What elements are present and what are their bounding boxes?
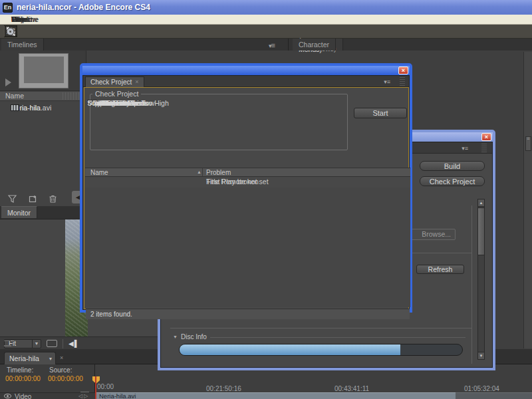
encore-app-icon: En — [3, 3, 13, 13]
disc-capacity-bar — [179, 344, 463, 356]
fit-screen-icon[interactable] — [47, 340, 57, 347]
tab-label: Character — [299, 41, 329, 49]
tab-timelines[interactable]: Timelines — [1, 39, 44, 51]
status-bar: 2 items found. — [86, 309, 410, 319]
timeline-clip[interactable]: Neria-hila.avi — [96, 392, 456, 399]
column-header-name[interactable]: Name — [90, 169, 108, 176]
window-title: neria-hila.ncor - Adobe Encore CS4 — [17, 3, 150, 12]
close-icon[interactable]: × — [398, 66, 408, 74]
panel-grip — [481, 144, 487, 152]
tab-monitor[interactable]: Monitor× — [1, 206, 37, 218]
results-table: ▼Neria-hila2 errorsOrphan timelineEnd Ac… — [85, 177, 410, 307]
monitor-toolbar: Fit ▼ ◀▌ — [0, 336, 158, 350]
toolbar: TITPs — [0, 25, 532, 39]
results-table-header: Name ▲ Problem — [85, 168, 410, 177]
check-tab-row: Check Project × ▾≡ — [83, 76, 409, 87]
burn-disc-button[interactable] — [4, 25, 17, 37]
check-dialog-titlebar[interactable]: × — [82, 66, 410, 75]
triangle-down-icon: ▼ — [173, 334, 178, 339]
menu-help[interactable]: Help — [5, 15, 33, 24]
scroll-down-icon[interactable]: ▼ — [477, 352, 485, 360]
timeline-timecode[interactable]: 00:00:00:00 — [5, 375, 41, 382]
build-button[interactable]: Build — [420, 161, 485, 171]
current-time-indicator[interactable] — [95, 376, 96, 399]
tab-check-project[interactable]: Check Project × — [85, 76, 144, 87]
preview-image — [24, 57, 64, 83]
encore-main-window: En neria-hila.ncor - Adobe Encore CS4 Fi… — [0, 0, 532, 399]
ruler-time-label: 00:21:50:16 — [206, 385, 241, 392]
group-border — [406, 253, 472, 253]
toolbar-divider — [63, 339, 63, 348]
checkbox-label: Subtitle Text Overflow — [87, 99, 154, 107]
video-track-header: Video ◁▷ — [0, 392, 95, 399]
panel-menu-icon[interactable]: ▾≡ — [269, 41, 275, 49]
column-header-problem[interactable]: Problem — [206, 169, 231, 176]
check-project-content: Check Project ✓Button Links✓First Play✓O… — [84, 87, 409, 309]
sort-ascending-icon: ▲ — [197, 170, 201, 174]
menus-panel-edge: ≡ — [523, 52, 532, 348]
close-icon[interactable]: × — [60, 354, 63, 361]
project-item[interactable]: Neria-hila.avi — [0, 102, 86, 112]
row-problem: Title Remote not set — [206, 178, 269, 186]
project-preview-zone — [0, 51, 86, 91]
table-row[interactable]: Title Remote not set — [85, 177, 410, 188]
timeline-tab-label: Neria-hila — [5, 354, 46, 362]
filter-icon[interactable] — [8, 195, 17, 203]
chevron-down-icon: ▼ — [32, 340, 41, 348]
refresh-button[interactable]: Refresh — [416, 265, 464, 274]
track-expand-arrows[interactable]: ◁▷ — [78, 393, 89, 399]
video-icon — [11, 104, 19, 111]
video-track-label: Video — [15, 393, 31, 399]
close-icon[interactable]: × — [135, 79, 138, 85]
scroll-up-icon[interactable]: ▲ — [477, 199, 485, 207]
close-icon[interactable]: × — [481, 133, 491, 141]
menubar: FileEditObjectMenuTimelineViewWindowHelp — [0, 15, 532, 25]
check-project-button[interactable]: Check Project — [420, 176, 485, 186]
timeline-label: Timeline: — [7, 366, 33, 374]
project-panel: Name Neria-hilaNeria-hila.avi ◀ — [0, 51, 86, 206]
track-visibility-eye-icon[interactable] — [4, 394, 11, 398]
panel-tab-bar: Project×MenusTimelines ▾≡ (no Menus)×Flo… — [0, 39, 532, 51]
empty-track-area — [456, 392, 532, 399]
scrollbar-thumb[interactable] — [477, 207, 485, 255]
ruler-time-label: 00:43:41:11 — [334, 385, 369, 392]
panel-grip — [400, 77, 405, 86]
close-icon[interactable]: × — [7, 209, 11, 215]
start-button[interactable]: Start — [354, 108, 407, 118]
add-chapter-icon[interactable] — [4, 340, 11, 346]
previous-frame-button[interactable]: ◀▌ — [68, 340, 80, 347]
tab-label: Check Project — [90, 78, 132, 86]
ruler-time-label: 01:05:32:04 — [464, 385, 499, 392]
section-rule — [210, 337, 466, 338]
main-titlebar[interactable]: En neria-hila.ncor - Adobe Encore CS4 — [0, 0, 532, 15]
tab-character[interactable]: Character — [293, 39, 336, 51]
chevron-down-icon: ▼ — [46, 356, 55, 361]
disc-info-section[interactable]: ▼ Disc Info — [173, 332, 466, 340]
project-preview-thumbnail — [19, 53, 68, 88]
trash-icon[interactable] — [49, 195, 57, 203]
disc-capacity-fill — [180, 344, 400, 355]
timeline-tab[interactable]: Neria-hila ▼ — [4, 352, 56, 364]
panel-grip[interactable]: ≡ — [525, 136, 531, 151]
panel-menu-icon[interactable]: ▾≡ — [462, 145, 468, 152]
column-divider[interactable] — [202, 168, 203, 176]
new-item-icon[interactable] — [29, 195, 37, 203]
tab-group-divider — [288, 39, 289, 51]
check-dialog-body: Check Project × ▾≡ Check Project ✓Button… — [82, 75, 410, 310]
disc-info-label: Disc Info — [181, 333, 207, 340]
group-border — [471, 205, 472, 364]
check-project-dialog: × Check Project × ▾≡ Check Project ✓Butt… — [80, 63, 412, 313]
preview-play-icon[interactable] — [5, 78, 11, 86]
section-divider — [170, 328, 471, 329]
source-label: Source: — [49, 366, 72, 374]
tab-label: Timelines — [7, 41, 37, 49]
source-timecode[interactable]: 00:00:00:00 — [48, 375, 83, 382]
ruler-time-label: 00:00 — [97, 383, 114, 390]
panel-menu-icon[interactable]: ▾≡ — [384, 78, 390, 85]
group-title: Check Project — [92, 90, 141, 98]
